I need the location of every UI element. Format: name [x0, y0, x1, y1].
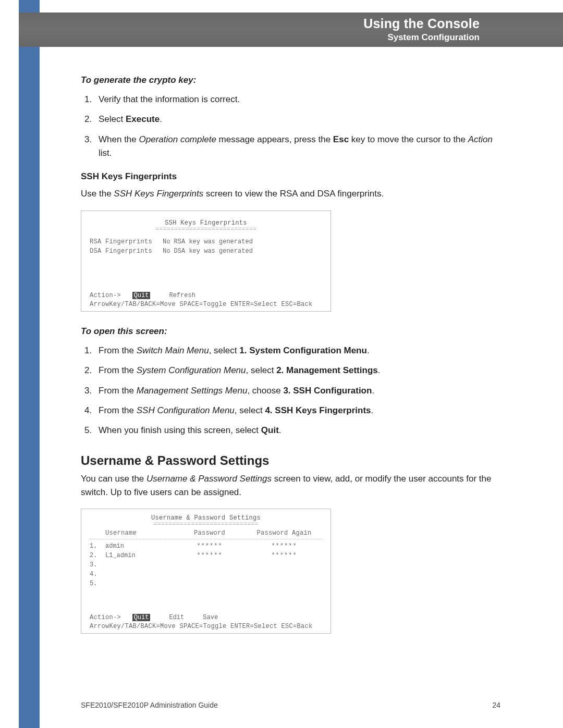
user-row-5: 5.	[90, 580, 322, 587]
console-action-row-2: Action-> Quit Edit Save	[90, 613, 322, 622]
left-accent-bar	[19, 0, 40, 728]
open-step-1: From the Switch Main Menu, select 1. Sys…	[94, 344, 500, 357]
console-hint-2: ArrowKey/TAB/BACK=Move SPACE=Toggle ENTE…	[90, 622, 322, 631]
console-ssh-fingerprints: SSH Keys Fingerprints ==================…	[81, 211, 331, 312]
console-action-refresh: Refresh	[169, 292, 195, 299]
console-title-underline: ===========================	[90, 227, 322, 232]
user-row-4: 4.	[90, 571, 322, 578]
open-step-2: From the System Configuration Menu, sele…	[94, 364, 500, 377]
user-row-3: 3.	[90, 561, 322, 569]
console-divider	[90, 539, 322, 539]
user-row-2: 2. L1_admin ****** ******	[90, 552, 322, 559]
console-hint: ArrowKey/TAB/BACK=Move SPACE=Toggle ENTE…	[90, 300, 322, 309]
chapter-header: Using the Console System Configuration	[19, 13, 563, 47]
procedure-heading-generate-key: To generate the crypto key:	[81, 75, 500, 85]
procedure-heading-open-screen: To open this screen:	[81, 326, 500, 337]
step-3: When the Operation complete message appe…	[94, 133, 500, 161]
chapter-subtitle: System Configuration	[387, 33, 480, 43]
console-action-quit-2: Quit	[132, 614, 151, 621]
console-action-save: Save	[203, 614, 218, 621]
console-row-rsa: RSA Fingerprints No RSA key was generate…	[90, 238, 322, 245]
open-step-4: From the SSH Configuration Menu, select …	[94, 404, 500, 417]
chapter-title: Using the Console	[363, 17, 480, 31]
username-password-heading: Username & Password Settings	[81, 453, 500, 468]
console-username-password: Username & Password Settings ===========…	[81, 509, 331, 633]
page-content: To generate the crypto key: Verify that …	[81, 73, 500, 648]
page-footer: SFE2010/SFE2010P Administration Guide 24	[81, 701, 500, 709]
footer-doc-title: SFE2010/SFE2010P Administration Guide	[81, 701, 218, 709]
step-1: Verify that the information is correct.	[94, 93, 500, 106]
step-2: Select Execute.	[94, 113, 500, 126]
open-step-3: From the Management Settings Menu, choos…	[94, 384, 500, 398]
open-step-5: When you finish using this screen, selec…	[94, 424, 500, 437]
console-row-dsa: DSA Fingerprints No DSA key was generate…	[90, 248, 322, 255]
console-title-underline-2: ============================	[90, 522, 322, 527]
console-action-row: Action-> Quit Refresh	[90, 291, 322, 300]
username-password-intro: You can use the Username & Password Sett…	[81, 472, 500, 500]
console-action-quit: Quit	[132, 292, 151, 299]
console-col-headers: Username Password Password Again	[90, 529, 322, 537]
ssh-fingerprints-heading: SSH Keys Fingerprints	[81, 171, 500, 182]
document-page: Using the Console System Configuration T…	[0, 0, 563, 728]
generate-key-steps: Verify that the information is correct. …	[81, 93, 500, 160]
open-screen-steps: From the Switch Main Menu, select 1. Sys…	[81, 344, 500, 438]
console-action-edit: Edit	[169, 614, 184, 621]
footer-page-number: 24	[492, 701, 500, 709]
user-row-1: 1. admin ****** ******	[90, 542, 322, 550]
ssh-fingerprints-intro: Use the SSH Keys Fingerprints screen to …	[81, 187, 500, 201]
